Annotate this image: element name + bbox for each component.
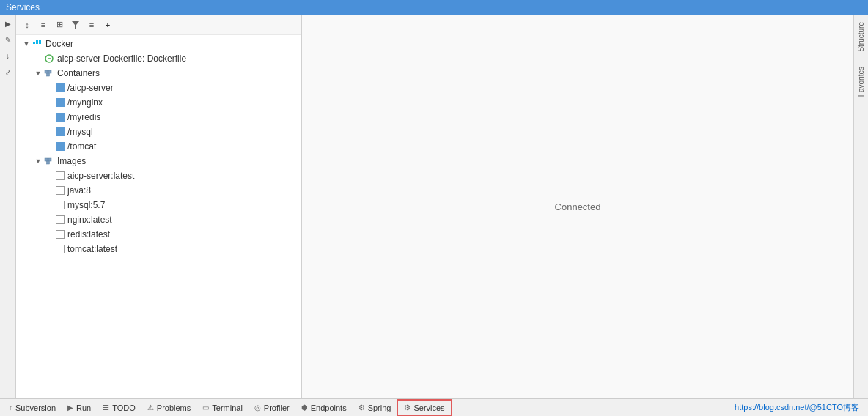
tab-terminal[interactable]: ▭ Terminal <box>196 399 249 416</box>
tree-content: ▼ Docker <box>16 35 301 398</box>
svg-rect-2 <box>36 42 38 44</box>
svg-rect-12 <box>48 158 51 161</box>
tab-problems[interactable]: ⚠ Problems <box>141 399 196 416</box>
tree-item-mysql[interactable]: /mysql <box>16 125 301 139</box>
run-label: Run <box>76 404 91 412</box>
svg-rect-4 <box>36 40 38 42</box>
container-color-aicp <box>56 83 65 92</box>
panel-toolbar: ↕ ≡ ⊞ ≡ + <box>16 15 301 35</box>
spring-icon: ⚙ <box>358 404 365 412</box>
tree-item-containers[interactable]: ▼ Containers <box>16 66 301 81</box>
sidebar-edit-icon[interactable]: ✎ <box>2 34 14 45</box>
tree-item-img-mysql57[interactable]: mysql:5.7 <box>16 198 301 212</box>
svg-rect-11 <box>45 158 48 161</box>
svg-rect-3 <box>39 42 41 44</box>
images-label: Images <box>57 156 86 166</box>
dockerfile-label: aicp-server Dockerfile: Dockerfile <box>57 53 186 64</box>
img-label-java8: java:8 <box>67 185 91 196</box>
tree-item-docker[interactable]: ▼ Docker <box>16 37 301 51</box>
tab-profiler[interactable]: ◎ Profiler <box>249 399 295 416</box>
toolbar-group[interactable]: ⊞ <box>53 18 66 31</box>
toolbar-collapse-all[interactable]: ≡ <box>37 18 50 31</box>
images-group-icon <box>44 156 54 166</box>
expander-containers[interactable]: ▼ <box>34 69 43 78</box>
bottom-bar: ↑ Subversion ▶ Run ☰ TODO ⚠ Problems ▭ T… <box>0 398 868 416</box>
svg-rect-5 <box>39 40 41 42</box>
container-label-mynginx: /mynginx <box>67 97 103 108</box>
problems-icon: ⚠ <box>147 404 154 412</box>
tree-item-aicp-server[interactable]: /aicp-server <box>16 81 301 95</box>
tree-item-myredis[interactable]: /myredis <box>16 110 301 125</box>
profiler-icon: ◎ <box>254 404 261 412</box>
tree-item-images[interactable]: ▼ Images <box>16 154 301 168</box>
container-label-aicp: /aicp-server <box>67 83 114 93</box>
services-icon: ⚙ <box>404 404 411 412</box>
structure-tab[interactable]: Structure <box>854 15 868 59</box>
img-checkbox-java8 <box>56 186 65 195</box>
toolbar-filter[interactable] <box>69 18 82 31</box>
services-label: Services <box>413 404 444 412</box>
tab-subversion[interactable]: ↑ Subversion <box>3 399 62 416</box>
tree-item-dockerfile[interactable]: aicp-server Dockerfile: Dockerfile <box>16 51 301 66</box>
bottom-url[interactable]: https://blog.csdn.net/@51CTO博客 <box>735 402 865 413</box>
tree-item-img-java8[interactable]: java:8 <box>16 183 301 198</box>
dockerfile-status-icon <box>44 53 54 64</box>
toolbar-settings2[interactable]: ≡ <box>85 18 98 31</box>
endpoints-label: Endpoints <box>311 404 347 412</box>
docker-label: Docker <box>45 39 73 49</box>
sidebar-down-icon[interactable]: ↓ <box>2 50 14 62</box>
left-sidebar: ▶ ✎ ↓ ⤢ <box>0 15 16 398</box>
containers-label: Containers <box>57 68 100 78</box>
tree-item-img-redis[interactable]: redis:latest <box>16 227 301 242</box>
tab-todo[interactable]: ☰ TODO <box>97 399 141 416</box>
tree-item-mynginx[interactable]: /mynginx <box>16 95 301 110</box>
sidebar-expand-icon[interactable]: ⤢ <box>2 66 14 78</box>
img-label-redis: redis:latest <box>67 229 110 239</box>
tree-item-img-nginx[interactable]: nginx:latest <box>16 212 301 227</box>
todo-icon: ☰ <box>103 404 109 412</box>
container-color-tomcat <box>56 142 65 151</box>
title-text: Services <box>6 2 40 12</box>
svg-rect-9 <box>48 70 51 73</box>
container-color-mynginx <box>56 98 65 107</box>
spring-label: Spring <box>368 404 391 412</box>
problems-label: Problems <box>157 404 191 412</box>
toolbar-add[interactable]: + <box>101 18 114 31</box>
tab-spring[interactable]: ⚙ Spring <box>353 399 397 416</box>
expander-none2 <box>45 83 54 92</box>
img-checkbox-nginx <box>56 215 65 224</box>
sidebar-run-icon[interactable]: ▶ <box>2 18 14 29</box>
img-label-nginx: nginx:latest <box>67 215 112 225</box>
run-icon: ▶ <box>67 404 73 412</box>
tab-run[interactable]: ▶ Run <box>62 399 97 416</box>
containers-group-icon <box>44 68 54 78</box>
tree-item-img-aicp[interactable]: aicp-server:latest <box>16 168 301 183</box>
img-checkbox-mysql57 <box>56 201 65 209</box>
expander-images[interactable]: ▼ <box>34 157 43 166</box>
container-label-mysql: /mysql <box>67 127 93 137</box>
svg-marker-0 <box>72 21 79 29</box>
container-color-myredis <box>56 113 65 122</box>
expander-docker[interactable]: ▼ <box>22 40 31 48</box>
container-color-mysql <box>56 127 65 136</box>
tab-endpoints[interactable]: ⬢ Endpoints <box>295 399 353 416</box>
svg-rect-1 <box>33 42 35 44</box>
img-label-mysql57: mysql:5.7 <box>67 200 105 210</box>
todo-label: TODO <box>112 404 136 412</box>
docker-icon <box>32 39 43 49</box>
expander-none <box>34 54 43 63</box>
svg-rect-8 <box>45 70 48 73</box>
endpoints-icon: ⬢ <box>301 404 308 412</box>
svg-rect-10 <box>47 73 50 76</box>
main-area: Connected <box>302 15 853 398</box>
favorites-tab[interactable]: Favorites <box>854 59 868 104</box>
img-label-aicp: aicp-server:latest <box>67 171 134 181</box>
tree-item-tomcat[interactable]: /tomcat <box>16 139 301 154</box>
toolbar-expand-all[interactable]: ↕ <box>21 18 34 31</box>
tab-services[interactable]: ⚙ Services <box>397 399 452 416</box>
img-checkbox-aicp <box>56 171 65 180</box>
img-label-tomcat: tomcat:latest <box>67 244 117 254</box>
terminal-icon: ▭ <box>202 404 209 412</box>
tree-item-img-tomcat[interactable]: tomcat:latest <box>16 242 301 256</box>
right-sidebar: Structure Favorites <box>853 15 868 398</box>
